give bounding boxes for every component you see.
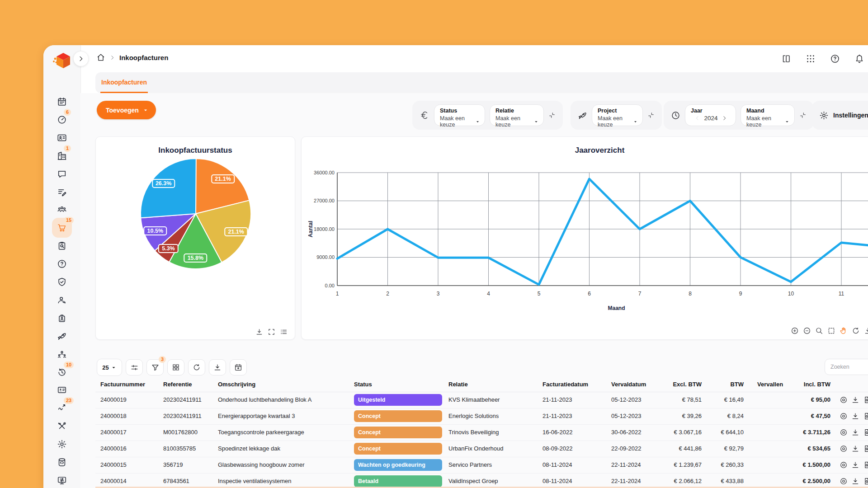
chart-hand-button[interactable] (840, 327, 848, 335)
table-row[interactable]: 24000015356719Glasbewassing hoogbouw zom… (95, 457, 868, 474)
tab-inkoopfacturen[interactable]: Inkoopfacturen (100, 72, 148, 93)
cell-vervaldatum: 05-12-2023 (611, 413, 642, 419)
filter-settings-group[interactable]: Instellingen (812, 101, 868, 130)
calendar-export-button[interactable] (230, 359, 247, 375)
collapse-filter-icon[interactable] (647, 112, 655, 119)
collapse-filter-icon[interactable] (548, 112, 556, 119)
chart-reset-button[interactable] (852, 327, 860, 335)
column-header-referentie[interactable]: Referentie (163, 381, 192, 388)
row-eye-button[interactable] (840, 396, 848, 404)
caret-down-icon (533, 119, 539, 125)
cell-excl_btw: € 2.066,12 (674, 478, 702, 484)
sidebar-expand-button[interactable] (73, 51, 89, 66)
cell-referentie: 67843561 (163, 478, 189, 484)
fullscreen-chart-button[interactable] (268, 328, 275, 336)
row-doc-search-button[interactable] (863, 396, 868, 404)
cell-facturatiedatum: 08-11-2024 (542, 461, 572, 468)
collapse-filter-icon[interactable] (799, 112, 807, 119)
layout-button[interactable] (167, 359, 184, 375)
caret-down-icon (475, 119, 480, 125)
relatie-filter[interactable]: Relatie Maak een keuze (490, 104, 544, 126)
sidebar-item-workstation[interactable] (51, 469, 73, 488)
column-header-incl_btw[interactable]: Incl. BTW (804, 381, 830, 388)
row-eye-button[interactable] (840, 461, 848, 469)
column-header-facturatiedatum[interactable]: Facturatiedatum (542, 381, 588, 388)
pie-slice[interactable] (141, 159, 196, 218)
messages-icon (57, 169, 67, 179)
list-chart-button[interactable] (280, 328, 288, 336)
help-icon[interactable] (830, 54, 840, 64)
chart-box-select-button[interactable] (827, 327, 835, 335)
search-input[interactable] (825, 359, 868, 375)
sidebar: 61151023 (43, 45, 81, 488)
column-header-status[interactable]: Status (354, 381, 372, 388)
table-row[interactable]: 2400001467843561Inspectie ventilatiesyst… (95, 474, 868, 488)
row-doc-search-button[interactable] (863, 428, 868, 436)
row-eye-button[interactable] (840, 477, 848, 485)
row-download-button[interactable] (851, 461, 859, 469)
filter-button[interactable]: 3 (146, 359, 164, 375)
column-header-excl_btw[interactable]: Excl. BTW (673, 381, 702, 388)
column-header-vervallen[interactable]: Vervallen (757, 381, 783, 388)
eye-icon (840, 412, 848, 420)
next-year-icon[interactable] (722, 115, 727, 121)
column-header-vervaldatum[interactable]: Vervaldatum (611, 381, 646, 388)
column-header-factuurnummer[interactable]: Factuurnummer (100, 381, 145, 388)
magnifier-icon (815, 327, 823, 335)
download-button[interactable] (209, 359, 226, 375)
previous-year-icon[interactable] (694, 115, 700, 121)
table-row[interactable]: 24000017M001762800Toegangscontrole parke… (95, 425, 868, 441)
status-badge: Concept (354, 443, 442, 455)
row-eye-button[interactable] (840, 445, 848, 453)
chart-zoom-out-button[interactable] (803, 327, 811, 335)
line-chart[interactable]: 0.009000.0018000.0027000.0036000.0012345… (302, 137, 868, 339)
row-doc-search-button[interactable] (863, 477, 868, 485)
cell-btw: € 433,88 (721, 478, 744, 484)
project-filter[interactable]: Project Maak een keuze (592, 104, 643, 126)
refresh-button[interactable] (188, 359, 205, 375)
app-logo[interactable] (52, 51, 73, 72)
add-invoice-button[interactable]: Toevoegen (97, 101, 156, 119)
row-doc-search-button[interactable] (863, 445, 868, 453)
row-download-button[interactable] (851, 428, 859, 436)
table-row[interactable]: 24000019202302411911Onderhoud luchtbehan… (95, 392, 868, 408)
row-doc-search-button[interactable] (863, 461, 868, 469)
download-icon (213, 363, 222, 371)
column-header-relatie[interactable]: Relatie (448, 381, 468, 388)
page-size-select[interactable]: 25 (97, 359, 122, 376)
home-icon[interactable] (96, 53, 105, 62)
column-header-btw[interactable]: BTW (730, 381, 744, 388)
tune-button[interactable] (126, 359, 143, 375)
row-download-button[interactable] (851, 412, 859, 420)
id-card-icon (57, 385, 67, 395)
status-filter[interactable]: Status Maak een keuze (434, 104, 485, 126)
column-header-omschrijving[interactable]: Omschrijving (218, 381, 255, 388)
add-invoice-label: Toevoegen (106, 107, 139, 114)
split-view-icon[interactable] (781, 54, 791, 64)
status-badge: Wachten op goedkeuring (354, 459, 442, 471)
relatie-filter-value: Maak een keuze (495, 115, 533, 128)
notifications-icon[interactable] (854, 54, 864, 64)
row-doc-search-button[interactable] (863, 412, 868, 420)
table-row[interactable]: 240000168100355785Spoedinzet lekkage dak… (95, 441, 868, 457)
download-chart-button[interactable] (255, 328, 263, 336)
chart-zoom-in-button[interactable] (791, 327, 799, 335)
jaar-filter[interactable]: Jaar 2024 (685, 104, 736, 126)
apps-grid-icon[interactable] (806, 54, 816, 64)
row-download-button[interactable] (851, 396, 859, 404)
euro-icon (420, 110, 429, 120)
pie-slice-label: 5.3% (158, 244, 179, 253)
row-download-button[interactable] (851, 445, 859, 453)
table-row[interactable]: 24000018202302411911Energierapportage kw… (95, 408, 868, 425)
gear-icon (819, 111, 829, 120)
row-eye-button[interactable] (840, 428, 848, 436)
eye-icon (840, 428, 848, 436)
row-download-button[interactable] (851, 477, 859, 485)
chart-magnifier-button[interactable] (815, 327, 823, 335)
maand-filter[interactable]: Maand Maak een keuze (741, 104, 795, 126)
chart-download-button[interactable] (864, 327, 868, 335)
row-eye-button[interactable] (840, 412, 848, 420)
download-icon (851, 477, 859, 485)
svg-text:6: 6 (588, 291, 591, 297)
cell-excl_btw: € 3.067,16 (674, 429, 702, 436)
